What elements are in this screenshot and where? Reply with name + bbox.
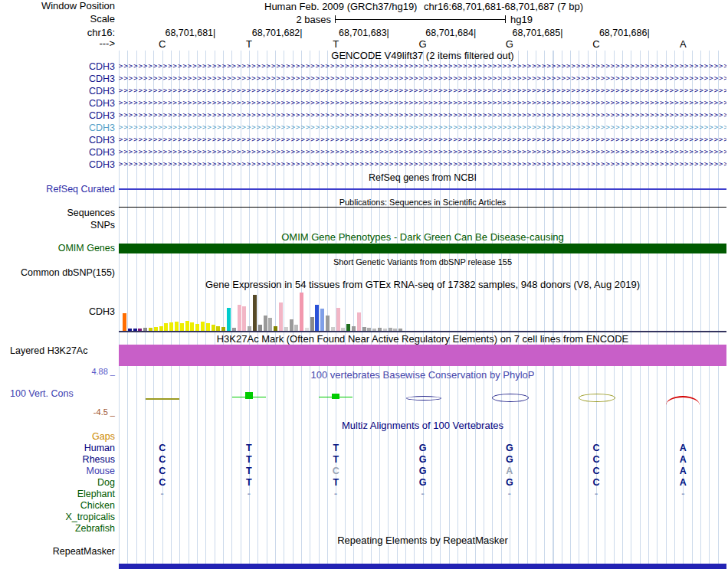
gene-label[interactable]: CDH3 bbox=[89, 123, 115, 133]
gene-label[interactable]: CDH3 bbox=[89, 159, 115, 170]
gtex-tissue-bar bbox=[212, 325, 215, 331]
alignment-base: T bbox=[234, 477, 264, 488]
gencode-track-title[interactable]: GENCODE V49lift37 (2 items filtered out) bbox=[119, 51, 726, 61]
publications-sequences-feature[interactable] bbox=[119, 207, 726, 208]
gene-transcript-row[interactable]: >>>>>>>>>>>>>>>>>>>>>>>>>>>>>>>>>>>>>>>>… bbox=[119, 160, 726, 168]
species-label[interactable]: Mouse bbox=[86, 466, 115, 476]
alignment-base: C bbox=[147, 466, 178, 476]
species-label[interactable]: Zebrafish bbox=[75, 523, 115, 534]
gene-transcript-row[interactable]: >>>>>>>>>>>>>>>>>>>>>>>>>>>>>>>>>>>>>>>>… bbox=[119, 148, 726, 156]
reference-base: A bbox=[667, 38, 698, 50]
multiz-track-title[interactable]: Multiz Alignments of 100 Vertebrates bbox=[119, 420, 726, 431]
gene-transcript-row[interactable]: >>>>>>>>>>>>>>>>>>>>>>>>>>>>>>>>>>>>>>>>… bbox=[119, 62, 726, 70]
sequences-label[interactable]: Sequences bbox=[67, 208, 115, 218]
phylop-mark-dash bbox=[146, 398, 179, 400]
gtex-tissue-bar bbox=[310, 317, 314, 331]
phylop-mark-flat bbox=[406, 396, 441, 401]
gene-label[interactable]: CDH3 bbox=[89, 135, 115, 146]
omim-genes-label[interactable]: OMIM Genes bbox=[58, 243, 115, 253]
repeatmasker-track-title[interactable]: Repeating Elements by RepeatMasker bbox=[119, 535, 726, 546]
h3k27ac-signal-bar[interactable] bbox=[119, 345, 726, 366]
scale-bar-right-tick bbox=[505, 15, 506, 23]
gene-label[interactable]: CDH3 bbox=[89, 74, 115, 84]
scale-label: Scale bbox=[90, 14, 115, 25]
species-label[interactable]: Gaps bbox=[92, 431, 115, 442]
species-label[interactable]: Elephant bbox=[77, 489, 115, 499]
reference-base: G bbox=[494, 38, 525, 50]
repeatmasker-label[interactable]: RepeatMasker bbox=[53, 546, 115, 557]
omim-gene-feature[interactable] bbox=[119, 244, 726, 253]
snps-label[interactable]: SNPs bbox=[90, 220, 115, 231]
gtex-tissue-bar bbox=[357, 312, 361, 331]
gtex-tissue-bar bbox=[164, 323, 168, 331]
strand-direction-label: ---> bbox=[99, 38, 115, 49]
alignment-base: - bbox=[320, 489, 351, 499]
dbsnp-track-title[interactable]: Short Genetic Variants from dbSNP releas… bbox=[119, 257, 726, 267]
gene-transcript-row[interactable]: >>>>>>>>>>>>>>>>>>>>>>>>>>>>>>>>>>>>>>>>… bbox=[119, 99, 726, 107]
gene-label[interactable]: CDH3 bbox=[89, 98, 115, 109]
refseq-curated-label[interactable]: RefSeq Curated bbox=[46, 184, 115, 195]
alignment-base: C bbox=[581, 466, 612, 476]
alignment-base: C bbox=[147, 443, 178, 453]
gene-transcript-row[interactable]: >>>>>>>>>>>>>>>>>>>>>>>>>>>>>>>>>>>>>>>>… bbox=[119, 74, 726, 83]
gene-transcript-row[interactable]: >>>>>>>>>>>>>>>>>>>>>>>>>>>>>>>>>>>>>>>>… bbox=[119, 87, 726, 95]
alignment-base: G bbox=[408, 443, 438, 453]
phylop-label[interactable]: 100 Vert. Cons bbox=[10, 388, 74, 399]
range-title: chr16:68,701,681-68,701,687 (7 bp) bbox=[424, 1, 583, 12]
alignment-base: T bbox=[234, 454, 264, 465]
gene-transcript-row[interactable]: >>>>>>>>>>>>>>>>>>>>>>>>>>>>>>>>>>>>>>>>… bbox=[119, 136, 726, 144]
species-label[interactable]: Chicken bbox=[80, 500, 115, 511]
gtex-track-title[interactable]: Gene Expression in 54 tissues from GTEx … bbox=[119, 280, 726, 290]
alignment-base: G bbox=[408, 454, 438, 465]
h3k27ac-label[interactable]: Layered H3K27Ac bbox=[10, 345, 87, 356]
gtex-gene-label[interactable]: CDH3 bbox=[89, 306, 115, 317]
genome-browser-view: Window Position Human Feb. 2009 (GRCh37/… bbox=[0, 0, 728, 569]
species-label[interactable]: Human bbox=[84, 443, 115, 453]
alignment-base: T bbox=[320, 477, 351, 488]
phylop-track-title[interactable]: 100 vertebrates Basewise Conservation by… bbox=[119, 370, 726, 381]
alignment-base: A bbox=[667, 466, 698, 476]
gene-label[interactable]: CDH3 bbox=[89, 110, 115, 121]
gene-transcript-row[interactable]: >>>>>>>>>>>>>>>>>>>>>>>>>>>>>>>>>>>>>>>>… bbox=[119, 111, 726, 119]
gtex-tissue-bar bbox=[227, 308, 231, 331]
alignment-base: C bbox=[147, 477, 178, 488]
gene-label[interactable]: CDH3 bbox=[89, 61, 115, 72]
publications-track-title[interactable]: Publications: Sequences in Scientific Ar… bbox=[119, 197, 726, 208]
window-position-label: Window Position bbox=[41, 1, 115, 11]
gtex-expression-bars[interactable] bbox=[123, 291, 406, 331]
reference-base: C bbox=[581, 38, 612, 50]
phylop-mark-oval bbox=[492, 394, 529, 402]
phylop-mark-peak bbox=[332, 394, 339, 399]
refseq-curated-feature[interactable] bbox=[119, 188, 726, 190]
gene-label[interactable]: CDH3 bbox=[89, 147, 115, 158]
alignment-base: A bbox=[667, 477, 698, 488]
coordinate-tick-label: 68,701,682| bbox=[222, 28, 303, 38]
gtex-tissue-bar bbox=[180, 323, 184, 331]
gtex-tissue-bar bbox=[290, 319, 293, 331]
alignment-base: G bbox=[408, 466, 438, 476]
coordinate-tick-label: 68,701,684| bbox=[395, 28, 476, 38]
refseq-track-title[interactable]: RefSeq genes from NCBI bbox=[119, 172, 726, 183]
coordinate-tick-label: 68,701,686| bbox=[569, 28, 650, 38]
gtex-tissue-bar bbox=[195, 324, 199, 331]
gene-transcript-row[interactable]: >>>>>>>>>>>>>>>>>>>>>>>>>>>>>>>>>>>>>>>>… bbox=[119, 123, 726, 132]
scale-bar-left-tick bbox=[335, 15, 336, 23]
scale-bar bbox=[335, 19, 506, 20]
dbsnp-label[interactable]: Common dbSNP(155) bbox=[21, 267, 115, 278]
species-label[interactable]: Dog bbox=[97, 477, 115, 488]
gene-label[interactable]: CDH3 bbox=[89, 86, 115, 96]
reference-base: C bbox=[147, 38, 178, 50]
omim-track-title[interactable]: OMIM Gene Phenotypes - Dark Green Can Be… bbox=[119, 232, 726, 243]
alignment-base: C bbox=[147, 454, 178, 465]
species-label[interactable]: X_tropicalis bbox=[65, 512, 115, 522]
bottom-border-bar bbox=[119, 564, 726, 569]
gtex-tissue-bar bbox=[346, 324, 350, 331]
gtex-tissue-bar bbox=[300, 293, 303, 331]
gtex-tissue-bar bbox=[253, 295, 257, 331]
alignment-base: - bbox=[408, 489, 438, 499]
phylop-min-value: -4.5 _ bbox=[93, 407, 115, 417]
h3k27ac-track-title[interactable]: H3K27Ac Mark (Often Found Near Active Re… bbox=[119, 334, 726, 345]
alignment-base: - bbox=[147, 489, 178, 499]
alignment-base: T bbox=[234, 466, 264, 476]
species-label[interactable]: Rhesus bbox=[83, 454, 115, 465]
